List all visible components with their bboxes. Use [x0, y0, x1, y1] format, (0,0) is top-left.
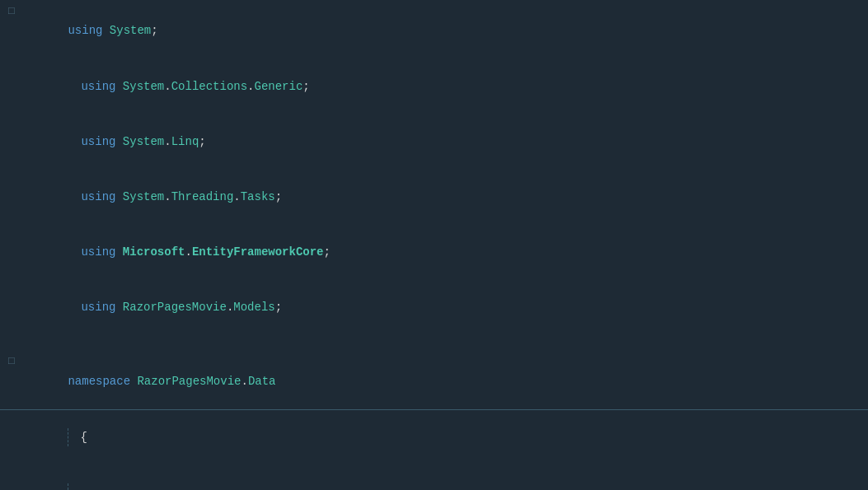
- line-content-7: [23, 335, 868, 353]
- code-editor: □ using System; using System.Collections…: [0, 0, 868, 490]
- code-line-5: using Microsoft.EntityFrameworkCore;: [0, 225, 868, 280]
- code-line-6: using RazorPagesMovie.Models;: [0, 280, 868, 335]
- line-content-8: namespace RazorPagesMovie.Data: [23, 353, 868, 408]
- code-line-10: 15 个引用: [0, 465, 868, 490]
- line-content-4: using System.Threading.Tasks;: [23, 170, 868, 225]
- code-line-1: □ using System;: [0, 3, 868, 58]
- code-line-9: {: [0, 410, 868, 465]
- line-content-10: 15 个引用: [23, 465, 868, 490]
- code-line-7: [0, 335, 868, 353]
- line-content-1: using System;: [23, 3, 868, 58]
- code-line-3: using System.Linq;: [0, 114, 868, 169]
- code-line-4: using System.Threading.Tasks;: [0, 170, 868, 225]
- code-line-2: using System.Collections.Generic;: [0, 58, 868, 114]
- line-content-5: using Microsoft.EntityFrameworkCore;: [23, 225, 868, 280]
- line-content-3: using System.Linq;: [23, 114, 868, 169]
- line-content-2: using System.Collections.Generic;: [23, 58, 868, 114]
- line-content-9: {: [23, 410, 868, 465]
- collapse-indicator-1[interactable]: □: [0, 3, 23, 21]
- collapse-indicator-8[interactable]: □: [0, 353, 23, 371]
- code-line-8: □ namespace RazorPagesMovie.Data: [0, 353, 868, 409]
- line-content-6: using RazorPagesMovie.Models;: [23, 280, 868, 335]
